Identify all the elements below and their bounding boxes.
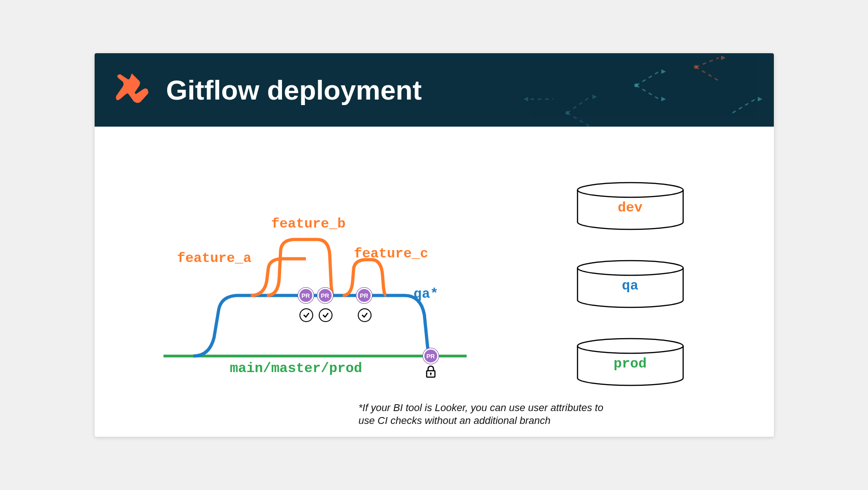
label-qa: qa*	[414, 286, 439, 302]
svg-point-8	[694, 65, 698, 69]
footnote: *If your BI tool is Looker, you can use …	[359, 401, 620, 428]
pr-badge: PR	[356, 288, 372, 303]
header: Gitflow deployment	[95, 53, 774, 127]
db-prod-label: prod	[576, 356, 684, 372]
pr-badge: PR	[298, 288, 314, 303]
logo-icon	[111, 69, 152, 111]
svg-marker-5	[758, 97, 762, 101]
svg-point-13	[577, 183, 683, 197]
content: feature_a feature_b feature_c qa* main/m…	[95, 127, 774, 437]
svg-point-15	[577, 339, 683, 353]
db-prod: prod	[576, 338, 684, 384]
pr-badge: PR	[317, 288, 333, 303]
db-qa-label: qa	[576, 278, 684, 294]
slide-title: Gitflow deployment	[166, 74, 422, 106]
svg-marker-1	[592, 95, 597, 99]
check-icon	[299, 308, 313, 322]
lock-icon	[425, 365, 436, 378]
svg-rect-12	[430, 373, 431, 375]
svg-marker-4	[721, 56, 726, 60]
svg-marker-0	[524, 97, 528, 101]
label-feature-b: feature_b	[271, 216, 346, 232]
pr-badge: PR	[423, 348, 439, 364]
label-main: main/master/prod	[230, 361, 362, 376]
svg-point-14	[577, 261, 683, 275]
gitflow-diagram: feature_a feature_b feature_c qa* main/m…	[150, 173, 471, 374]
db-dev: dev	[576, 182, 684, 228]
svg-marker-3	[661, 97, 666, 101]
svg-point-6	[565, 111, 569, 115]
db-dev-label: dev	[576, 200, 684, 216]
svg-marker-2	[661, 69, 666, 74]
label-feature-c: feature_c	[354, 246, 428, 262]
check-icon	[319, 308, 333, 322]
slide: Gitflow deployment	[95, 53, 774, 437]
database-cylinders: dev qa prod	[576, 182, 684, 416]
header-decoration	[475, 53, 774, 127]
svg-point-7	[634, 84, 638, 87]
db-qa: qa	[576, 260, 684, 306]
check-icon	[358, 308, 372, 322]
label-feature-a: feature_a	[177, 251, 252, 266]
